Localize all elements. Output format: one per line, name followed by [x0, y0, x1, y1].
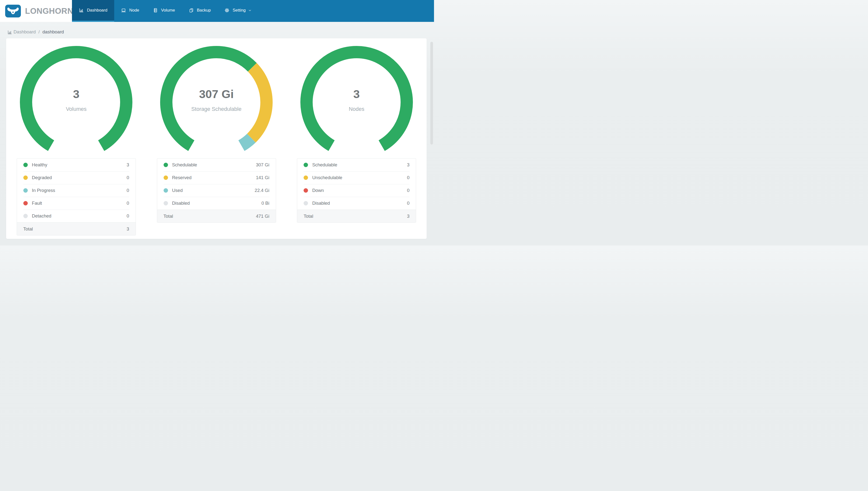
legend-row: Disabled0 — [297, 197, 416, 210]
storage-panel: 307 Gi Storage Schedulable Schedulable30… — [146, 38, 287, 239]
legend-color-dot — [163, 201, 168, 205]
legend-color-dot — [304, 188, 308, 193]
legend-label: Down — [312, 188, 324, 193]
active-tab-indicator — [72, 21, 114, 22]
nodes-legend-table: Schedulable3Unschedulable0Down0Disabled0… — [297, 158, 416, 223]
total-value: 471 Gi — [256, 213, 270, 219]
legend-row: Schedulable307 Gi — [157, 158, 276, 171]
legend-value: 0 — [127, 175, 129, 180]
legend-label: Disabled — [312, 201, 330, 206]
gauge-center-label: Volumes — [19, 106, 134, 112]
nav-item-label: Backup — [197, 8, 211, 13]
legend-row: Disabled0 Bi — [157, 197, 276, 210]
legend-color-dot — [304, 201, 308, 205]
volumes-gauge: 3 Volumes — [19, 46, 134, 154]
total-label: Total — [304, 213, 313, 219]
legend-row: Healthy3 — [17, 158, 135, 171]
legend-color-dot — [163, 163, 168, 167]
gauge-center-value: 3 — [299, 88, 414, 100]
legend-total-row: Total 3 — [297, 210, 416, 222]
volumes-panel: 3 Volumes Healthy3Degraded0In Progress0F… — [6, 38, 146, 239]
legend-label: Fault — [32, 201, 42, 206]
legend-label: Disabled — [172, 201, 190, 206]
gauge-center-label: Storage Schedulable — [159, 106, 274, 112]
nav-item-volume[interactable]: Volume — [146, 0, 182, 22]
legend-value: 0 — [407, 175, 409, 180]
total-label: Total — [163, 213, 173, 219]
nav-item-label: Dashboard — [87, 8, 107, 13]
storage-gauge: 307 Gi Storage Schedulable — [159, 46, 274, 154]
legend-color-dot — [23, 188, 28, 193]
top-navbar: LONGHORN Dashboard — [0, 0, 434, 22]
legend-value: 0 — [127, 213, 129, 219]
volumes-legend-table: Healthy3Degraded0In Progress0Fault0Detac… — [17, 158, 136, 235]
gauge-center-value: 307 Gi — [159, 88, 274, 100]
legend-total-row: Total 471 Gi — [157, 210, 276, 222]
legend-color-dot — [23, 214, 28, 218]
legend-row: Down0 — [297, 184, 416, 197]
total-value: 3 — [127, 226, 129, 232]
server-icon — [153, 8, 158, 13]
gauge-center-value: 3 — [19, 88, 134, 100]
legend-value: 0 — [127, 201, 129, 206]
legend-label: Reserved — [172, 175, 192, 180]
longhorn-bull-icon — [5, 5, 21, 18]
legend-value: 3 — [127, 162, 129, 168]
main-menu: Dashboard Node Vol — [72, 0, 259, 22]
gauge-segment-teal — [242, 138, 251, 146]
legend-row: Degraded0 — [17, 171, 135, 184]
breadcrumb-current: dashboard — [42, 29, 64, 35]
total-label: Total — [23, 226, 33, 232]
legend-label: Healthy — [32, 162, 48, 168]
legend-label: In Progress — [32, 188, 55, 193]
nav-item-label: Setting — [232, 8, 246, 13]
nav-item-backup[interactable]: Backup — [182, 0, 218, 22]
legend-row: Reserved141 Gi — [157, 171, 276, 184]
breadcrumb: Dashboard / dashboard — [7, 29, 434, 35]
legend-color-dot — [304, 163, 308, 167]
legend-label: Detached — [32, 213, 51, 219]
bar-chart-icon — [7, 30, 12, 35]
legend-label: Unschedulable — [312, 175, 342, 180]
breadcrumb-separator: / — [38, 29, 40, 35]
legend-value: 22.4 Gi — [255, 188, 270, 193]
legend-color-dot — [23, 175, 28, 180]
legend-value: 0 — [127, 188, 129, 193]
gear-icon — [224, 8, 229, 13]
legend-row: Used22.4 Gi — [157, 184, 276, 197]
legend-row: Detached0 — [17, 210, 135, 222]
vertical-scrollbar-thumb[interactable] — [430, 42, 433, 144]
legend-value: 0 — [407, 188, 409, 193]
nav-item-node[interactable]: Node — [114, 0, 146, 22]
nav-item-setting[interactable]: Setting — [218, 0, 259, 22]
legend-row: Unschedulable0 — [297, 171, 416, 184]
legend-label: Used — [172, 188, 183, 193]
breadcrumb-root[interactable]: Dashboard — [13, 29, 36, 35]
legend-total-row: Total 3 — [17, 222, 135, 235]
chevron-down-icon — [248, 9, 252, 12]
legend-label: Degraded — [32, 175, 52, 180]
copy-icon — [189, 8, 194, 13]
logo[interactable]: LONGHORN — [0, 0, 72, 22]
gauge-center-label: Nodes — [299, 106, 414, 112]
legend-value: 0 Bi — [261, 201, 270, 206]
dashboard-card: 3 Volumes Healthy3Degraded0In Progress0F… — [6, 38, 427, 239]
total-value: 3 — [407, 213, 409, 219]
storage-legend-table: Schedulable307 GiReserved141 GiUsed22.4 … — [157, 158, 276, 223]
bar-chart-icon — [79, 8, 84, 13]
legend-label: Schedulable — [312, 162, 337, 168]
legend-row: Fault0 — [17, 197, 135, 210]
nav-item-label: Volume — [161, 8, 175, 13]
legend-row: In Progress0 — [17, 184, 135, 197]
nodes-panel: 3 Nodes Schedulable3Unschedulable0Down0D… — [286, 38, 427, 239]
legend-value: 141 Gi — [256, 175, 270, 180]
legend-color-dot — [23, 201, 28, 205]
legend-value: 0 — [407, 201, 409, 206]
nav-item-dashboard[interactable]: Dashboard — [72, 0, 114, 22]
laptop-icon — [121, 8, 126, 13]
legend-value: 3 — [407, 162, 409, 168]
legend-value: 307 Gi — [256, 162, 270, 168]
legend-color-dot — [163, 188, 168, 193]
legend-color-dot — [163, 175, 168, 180]
nav-item-label: Node — [129, 8, 139, 13]
